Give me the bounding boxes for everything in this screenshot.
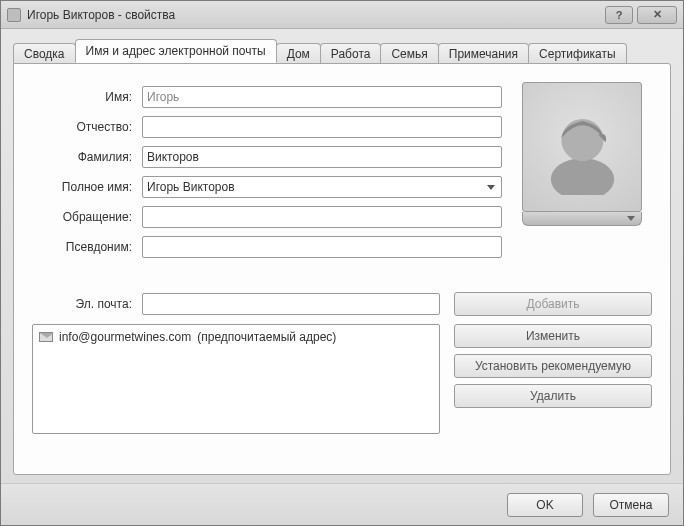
email-suffix: (предпочитаемый адрес) (197, 330, 336, 344)
salutation-input[interactable] (142, 206, 502, 228)
full-name-combo[interactable]: Игорь Викторов (142, 176, 502, 198)
delete-email-button[interactable]: Удалить (454, 384, 652, 408)
salutation-label: Обращение: (32, 210, 142, 224)
set-default-email-button[interactable]: Установить рекомендуемую (454, 354, 652, 378)
svg-point-0 (550, 158, 613, 195)
middle-name-label: Отчество: (32, 120, 142, 134)
email-address: info@gourmetwines.com (59, 330, 191, 344)
first-name-input[interactable] (142, 86, 502, 108)
tabstrip: Сводка Имя и адрес электронной почты Дом… (13, 39, 671, 63)
email-listbox[interactable]: info@gourmetwines.com (предпочитаемый ад… (32, 324, 440, 434)
titlebar: Игорь Викторов - свойства ? ✕ (1, 1, 683, 29)
middle-name-input[interactable] (142, 116, 502, 138)
help-button[interactable]: ? (605, 6, 633, 24)
window-title: Игорь Викторов - свойства (27, 8, 601, 22)
tab-page: Имя: Отчество: Фамилия: Полное имя: (13, 63, 671, 475)
email-side-buttons: Изменить Установить рекомендуемую Удалит… (454, 324, 652, 434)
last-name-input[interactable] (142, 146, 502, 168)
tab-certs[interactable]: Сертификаты (528, 43, 627, 64)
last-name-label: Фамилия: (32, 150, 142, 164)
tab-summary[interactable]: Сводка (13, 43, 76, 64)
app-icon (7, 8, 21, 22)
nickname-input[interactable] (142, 236, 502, 258)
nickname-label: Псевдоним: (32, 240, 142, 254)
tab-name-email[interactable]: Имя и адрес электронной почты (75, 39, 277, 63)
edit-email-button[interactable]: Изменить (454, 324, 652, 348)
email-label: Эл. почта: (32, 297, 142, 311)
photo-dropdown-handle[interactable] (522, 212, 642, 226)
name-form-area: Имя: Отчество: Фамилия: Полное имя: (32, 82, 652, 262)
dialog-footer: OK Отмена (1, 483, 683, 525)
close-button[interactable]: ✕ (637, 6, 677, 24)
email-list-item[interactable]: info@gourmetwines.com (предпочитаемый ад… (37, 329, 435, 345)
tab-work[interactable]: Работа (320, 43, 382, 64)
cancel-button[interactable]: Отмена (593, 493, 669, 517)
tab-home[interactable]: Дом (276, 43, 321, 64)
contact-photo (522, 82, 652, 262)
full-name-label: Полное имя: (32, 180, 142, 194)
chevron-down-icon (483, 179, 499, 195)
ok-button[interactable]: OK (507, 493, 583, 517)
avatar-placeholder-icon (540, 100, 625, 195)
tab-family[interactable]: Семья (380, 43, 438, 64)
properties-window: Игорь Викторов - свойства ? ✕ Сводка Имя… (0, 0, 684, 526)
photo-frame[interactable] (522, 82, 642, 212)
email-section: Эл. почта: Добавить info@gourmetwines.co… (32, 290, 652, 434)
add-email-button[interactable]: Добавить (454, 292, 652, 316)
name-fields: Имя: Отчество: Фамилия: Полное имя: (32, 82, 502, 262)
mail-icon (39, 332, 53, 342)
email-input[interactable] (142, 293, 440, 315)
svg-point-1 (561, 119, 603, 161)
full-name-value: Игорь Викторов (147, 180, 235, 194)
first-name-label: Имя: (32, 90, 142, 104)
tab-notes[interactable]: Примечания (438, 43, 529, 64)
client-area: Сводка Имя и адрес электронной почты Дом… (1, 29, 683, 483)
